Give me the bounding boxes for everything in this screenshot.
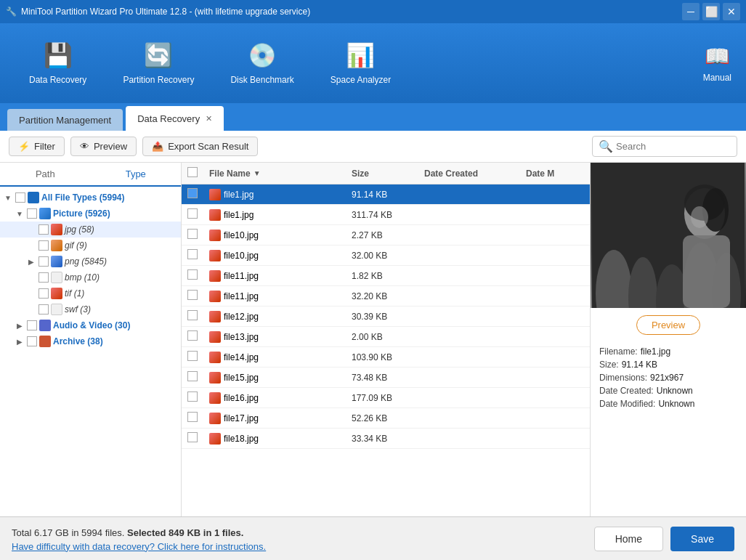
tree-item-bmp[interactable]: bmp (10) <box>0 269 181 285</box>
preview-image-button[interactable]: Preview <box>636 315 700 335</box>
nav-space-analyzer[interactable]: 📊 Space Analyzer <box>316 34 405 92</box>
row-checkbox-2[interactable] <box>187 229 198 239</box>
table-row[interactable]: file16.jpg 177.09 KB <box>182 388 590 408</box>
maximize-button[interactable]: ⬜ <box>702 3 720 20</box>
row-checkbox-11[interactable] <box>187 412 198 422</box>
table-row[interactable]: file1.jpg 311.74 KB <box>182 205 590 225</box>
row-checkbox-4[interactable] <box>187 269 198 280</box>
file-name-cell: file11.jpg <box>209 291 352 302</box>
tree-item-all-file-types[interactable]: ▼ All File Types (5994) <box>0 190 181 206</box>
tab-data-recovery[interactable]: Data Recovery ✕ <box>126 106 224 131</box>
row-checkbox-1[interactable] <box>187 208 198 219</box>
row-checkbox-6[interactable] <box>187 310 198 320</box>
export-button[interactable]: 📤 Export Scan Result <box>142 137 258 156</box>
status-text-area: Total 6.17 GB in 5994 files. Selected 84… <box>12 526 266 552</box>
search-box[interactable]: 🔍 <box>592 136 737 157</box>
row-checkbox-12[interactable] <box>187 432 198 442</box>
nav-partition-recovery[interactable]: 🔄 Partition Recovery <box>108 34 208 92</box>
table-row[interactable]: file11.jpg 32.20 KB <box>182 286 590 307</box>
table-row[interactable]: file10.jpg 32.00 KB <box>182 245 590 266</box>
file-name-cell: file11.jpg <box>209 270 352 282</box>
header-checkbox[interactable] <box>187 167 198 177</box>
save-button[interactable]: Save <box>670 527 734 551</box>
filter-button[interactable]: ⚡ Filter <box>9 137 65 156</box>
nav-manual[interactable]: 📖 Manual <box>703 44 731 83</box>
table-row[interactable]: file15.jpg 73.48 KB <box>182 368 590 388</box>
preview-info: Filename: file1.jpg Size: 91.14 KB Dimen… <box>591 342 746 416</box>
checkbox-all[interactable] <box>15 192 25 203</box>
row-checkbox-7[interactable] <box>187 330 198 341</box>
file-name-cell: file17.jpg <box>209 413 352 424</box>
home-button[interactable]: Home <box>594 527 663 551</box>
tab-path[interactable]: Path <box>0 163 91 185</box>
checkbox-audio[interactable] <box>27 320 37 330</box>
file-type-icon <box>209 250 221 261</box>
table-row[interactable]: file12.jpg 30.39 KB <box>182 307 590 327</box>
audio-icon <box>39 320 51 331</box>
checkbox-archive[interactable] <box>27 336 37 346</box>
file-type-icon <box>209 189 221 200</box>
checkbox-bmp[interactable] <box>38 272 49 283</box>
checkbox-tif[interactable] <box>38 288 49 299</box>
filter-icon: ⚡ <box>18 141 30 152</box>
help-link[interactable]: Have difficulty with data recovery? Clic… <box>12 541 266 552</box>
jpg-icon <box>51 224 62 235</box>
tab-type[interactable]: Type <box>91 163 182 187</box>
checkbox-png[interactable] <box>38 256 49 267</box>
row-checkbox-3[interactable] <box>187 249 198 259</box>
preview-dimensions-row: Dimensions: 921x967 <box>599 373 737 383</box>
file-name-text: file13.jpg <box>224 332 259 342</box>
checkbox-jpg[interactable] <box>38 224 49 235</box>
preview-size-value: 91.14 KB <box>622 360 657 370</box>
file-type-icon <box>209 230 221 241</box>
tree-item-png[interactable]: ▶ png (5845) <box>0 253 181 269</box>
tab-pm-label: Partition Management <box>19 115 111 126</box>
table-row[interactable]: file10.jpg 2.27 KB <box>182 225 590 245</box>
tab-close-icon[interactable]: ✕ <box>206 114 212 123</box>
table-row[interactable]: file1.jpg 91.14 KB <box>182 184 590 205</box>
nav-disk-benchmark[interactable]: 💿 Disk Benchmark <box>216 34 308 92</box>
checkbox-swf[interactable] <box>38 304 49 315</box>
header-date-created[interactable]: Date Created <box>424 169 526 179</box>
table-row[interactable]: file18.jpg 33.34 KB <box>182 429 590 449</box>
table-row[interactable]: file11.jpg 1.82 KB <box>182 266 590 286</box>
space-analyzer-icon: 📊 <box>346 41 375 69</box>
checkbox-picture[interactable] <box>27 208 37 219</box>
main-content: Path Type ▼ All File Types (5994) ▼ Pict… <box>0 163 746 516</box>
tree-item-audio-video[interactable]: ▶ Audio & Video (30) <box>0 317 181 333</box>
row-checkbox-0[interactable] <box>187 188 198 198</box>
swf-icon <box>51 304 62 315</box>
file-size-cell: 103.90 KB <box>352 352 424 362</box>
header-date-modified[interactable]: Date M <box>526 169 584 179</box>
tree-item-archive[interactable]: ▶ Archive (38) <box>0 333 181 349</box>
header-filename[interactable]: File Name ▼ <box>209 169 352 179</box>
row-checkbox-8[interactable] <box>187 351 198 361</box>
row-checkbox-9[interactable] <box>187 371 198 381</box>
header-checkbox-col <box>187 167 209 179</box>
tree-item-swf[interactable]: swf (3) <box>0 301 181 317</box>
close-button[interactable]: ✕ <box>723 3 740 20</box>
file-name-cell: file16.jpg <box>209 392 352 404</box>
preview-button[interactable]: 👁 Preview <box>70 137 137 156</box>
tree-label-picture: Picture (5926) <box>53 208 110 219</box>
table-row[interactable]: file17.jpg 52.26 KB <box>182 408 590 429</box>
tree-item-gif[interactable]: gif (9) <box>0 238 181 253</box>
search-input[interactable] <box>616 141 731 152</box>
tree-item-tif[interactable]: tif (1) <box>0 285 181 301</box>
table-row[interactable]: file13.jpg 2.00 KB <box>182 327 590 347</box>
tree-item-jpg[interactable]: jpg (58) <box>0 222 181 238</box>
data-recovery-icon: 💾 <box>44 41 73 69</box>
tree-label-png: png (5845) <box>65 256 107 267</box>
row-checkbox-5[interactable] <box>187 290 198 300</box>
checkbox-gif[interactable] <box>38 240 49 251</box>
table-row[interactable]: file14.jpg 103.90 KB <box>182 347 590 368</box>
minimize-button[interactable]: ─ <box>682 3 700 20</box>
header-size[interactable]: Size <box>352 169 424 179</box>
nav-data-recovery[interactable]: 💾 Data Recovery <box>15 34 101 92</box>
preview-panel: ✕ <box>590 163 746 516</box>
tree-item-picture[interactable]: ▼ Picture (5926) <box>0 206 181 222</box>
row-checkbox-10[interactable] <box>187 391 198 402</box>
nav-bar: 💾 Data Recovery 🔄 Partition Recovery 💿 D… <box>0 23 746 103</box>
title-bar: 🔧 MiniTool Partition Wizard Pro Ultimate… <box>0 0 746 23</box>
tab-partition-management[interactable]: Partition Management <box>7 109 123 131</box>
